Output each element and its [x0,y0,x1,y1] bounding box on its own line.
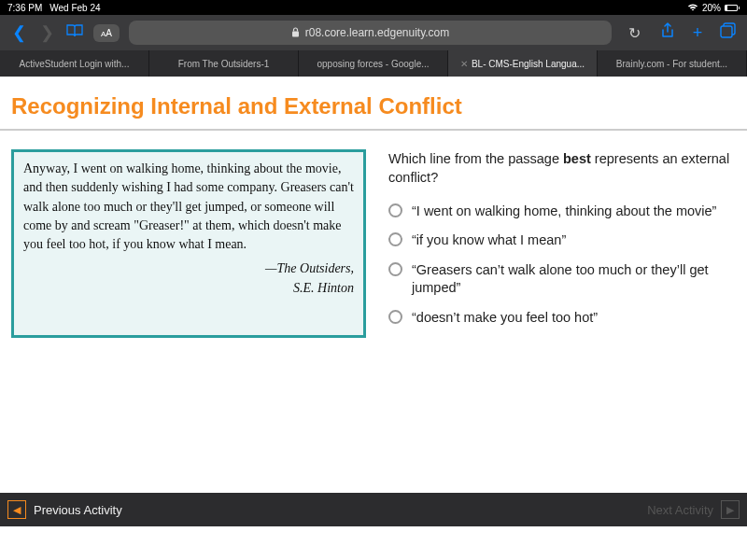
wifi-icon [687,3,698,13]
tab-4[interactable]: Brainly.com - For student... [598,50,747,77]
tab-2[interactable]: opposing forces - Google... [299,50,448,77]
previous-activity-button[interactable]: ◀ Previous Activity [7,500,122,519]
chevron-right-icon: ▶ [721,500,740,519]
option-label: “Greasers can’t walk alone too much or t… [412,261,736,298]
url-text: r08.core.learn.edgenuity.com [305,26,450,39]
radio-icon [388,262,402,276]
page-content: Recognizing Internal and External Confli… [0,77,747,526]
lock-icon [291,27,300,39]
option-0[interactable]: “I went on walking home, thinking about … [388,203,736,221]
status-date: Wed Feb 24 [49,3,100,13]
bookmarks-icon[interactable] [65,24,84,41]
close-icon[interactable]: ✕ [460,59,468,69]
back-button[interactable]: ❮ [9,22,28,43]
battery-percent: 20% [702,3,721,13]
attribution-author: S.E. Hinton [23,279,354,298]
tab-1[interactable]: From The Outsiders-1 [149,50,299,77]
tab-0[interactable]: ActiveStudent Login with... [0,50,149,77]
url-bar[interactable]: r08.core.learn.edgenuity.com [129,21,612,45]
tabs-button[interactable] [717,22,738,43]
svg-rect-0 [292,31,299,36]
text-size-button[interactable]: AA [93,24,120,42]
option-label: “if you know what I mean” [412,231,566,250]
browser-toolbar: ❮ ❯ AA r08.core.learn.edgenuity.com ↻ + [0,15,747,50]
new-tab-button[interactable]: + [687,23,708,43]
question-text: Which line from the passage best represe… [388,149,736,188]
battery-icon [725,5,740,11]
option-1[interactable]: “if you know what I mean” [388,231,736,250]
passage-box: Anyway, I went on walking home, thinking… [11,149,366,338]
next-activity-button[interactable]: Next Activity ▶ [647,500,740,519]
option-3[interactable]: “doesn’t make you feel too hot” [388,309,736,328]
tabs-bar: ActiveStudent Login with... From The Out… [0,50,747,77]
attribution-work: —The Outsiders, [23,259,354,278]
radio-icon [388,232,402,246]
option-label: “I went on walking home, thinking about … [412,203,716,221]
status-time: 7:36 PM [7,3,42,13]
option-label: “doesn’t make you feel too hot” [412,309,598,328]
radio-icon [388,310,402,324]
option-2[interactable]: “Greasers can’t walk alone too much or t… [388,261,736,298]
reload-button[interactable]: ↻ [621,24,648,42]
tab-3[interactable]: ✕BL- CMS-English Langua... [448,50,598,77]
status-bar: 7:36 PM Wed Feb 24 20% [0,0,747,15]
question-column: Which line from the passage best represe… [388,149,736,338]
page-title: Recognizing Internal and External Confli… [11,93,736,119]
forward-button[interactable]: ❯ [37,22,56,43]
svg-rect-2 [721,26,732,37]
share-button[interactable] [657,22,678,44]
activity-footer: ◀ Previous Activity Next Activity ▶ [0,493,747,526]
passage-text: Anyway, I went on walking home, thinking… [23,160,354,254]
radio-icon [388,203,402,217]
chevron-left-icon: ◀ [7,500,26,519]
